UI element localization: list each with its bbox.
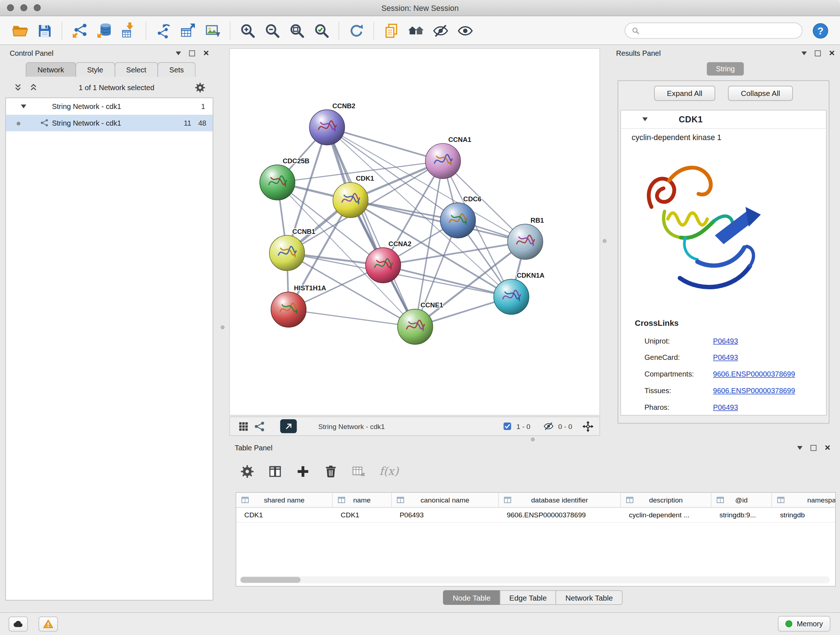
table-cell[interactable]: stringdb:9... (712, 508, 772, 522)
column-header-database-identifier[interactable]: database identifier (499, 493, 621, 507)
network-overview-button[interactable] (251, 419, 267, 434)
tab-sets[interactable]: Sets (157, 62, 195, 77)
function-builder-button[interactable]: f(x) (379, 465, 398, 478)
column-header-shared-name[interactable]: shared name (236, 493, 333, 507)
network-node-CCNA1[interactable]: CCNA1 (425, 136, 471, 179)
zoom-out-button[interactable] (260, 19, 284, 42)
apply-layout-button[interactable] (344, 19, 369, 42)
network-node-HIST1H1A[interactable]: HIST1H1A (271, 284, 326, 327)
bottom-splitter-handle[interactable] (531, 437, 535, 441)
scrollbar-thumb[interactable] (240, 577, 301, 583)
network-node-CCNB2[interactable]: CCNB2 (309, 102, 355, 145)
delete-table-button[interactable] (347, 459, 370, 483)
new-network-selection-button[interactable] (151, 19, 176, 42)
save-session-button[interactable] (32, 19, 57, 42)
tab-network[interactable]: Network (26, 62, 76, 77)
network-view-canvas[interactable]: CCNB2CCNA1CDC25BCDK1CDC6RB1CCNB1CCNA2CDK… (229, 48, 600, 415)
crosslink-value-link[interactable]: 9606.ENSP00000378699 (713, 386, 795, 394)
open-session-button[interactable] (8, 19, 32, 42)
zoom-selected-button[interactable] (309, 19, 333, 42)
zoom-in-button[interactable] (235, 19, 260, 42)
tab-style[interactable]: Style (75, 62, 115, 77)
table-cell[interactable]: P06493 (392, 508, 499, 522)
tab-select[interactable]: Select (114, 62, 158, 77)
network-node-CDC6[interactable]: CDC6 (440, 195, 482, 238)
crosslink-value-link[interactable]: 9606.ENSP00000378699 (713, 370, 795, 378)
column-header-canonical-name[interactable]: canonical name (392, 493, 499, 507)
network-edge-CCNB2-CCNE1[interactable] (327, 127, 415, 327)
float-panel-icon[interactable] (189, 50, 195, 56)
network-collection-row[interactable]: String Network - cdk1 1 (6, 98, 213, 115)
clone-network-button[interactable] (379, 19, 403, 42)
network-graph[interactable]: CCNB2CCNA1CDC25BCDK1CDC6RB1CCNB1CCNA2CDK… (230, 49, 600, 415)
crosslink-value-link[interactable]: P06493 (713, 403, 738, 411)
column-header-namespace[interactable]: namespace (772, 493, 836, 507)
expand-all-networks-button[interactable] (13, 82, 23, 92)
collapse-triangle-icon[interactable] (21, 105, 27, 108)
search-input[interactable] (644, 27, 796, 35)
network-row[interactable]: String Network - cdk1 11 48 (6, 115, 213, 131)
tab-string[interactable]: String (707, 62, 744, 76)
close-window-button[interactable] (7, 4, 14, 11)
crosslink-value-link[interactable]: P06493 (713, 353, 738, 361)
close-panel-icon[interactable]: × (825, 443, 831, 453)
export-image-button[interactable] (201, 19, 225, 42)
horizontal-scrollbar[interactable] (240, 576, 830, 583)
panel-menu-icon[interactable] (797, 446, 803, 449)
column-header--id[interactable]: @id (712, 493, 772, 507)
memory-button[interactable]: Memory (778, 616, 831, 632)
expand-all-button[interactable]: Expand All (654, 86, 715, 101)
collapse-all-button[interactable]: Collapse All (728, 86, 793, 101)
network-node-CCNB1[interactable]: CCNB1 (270, 228, 316, 271)
network-edge-CCNB2-CCNA1[interactable] (327, 127, 443, 161)
column-header-name[interactable]: name (333, 493, 392, 507)
table-cell[interactable]: stringdb (772, 508, 836, 522)
import-network-database-button[interactable] (92, 19, 116, 42)
table-cell[interactable]: 9606.ENSP00000378699 (499, 508, 621, 522)
help-button[interactable] (808, 19, 832, 42)
hide-graphics-button[interactable] (428, 19, 453, 42)
table-cell[interactable]: CDK1 (236, 508, 333, 522)
panel-menu-icon[interactable] (176, 51, 181, 55)
minimize-window-button[interactable] (20, 4, 27, 11)
table-cell[interactable]: cyclin-dependent ... (621, 508, 711, 522)
network-node-CDC25B[interactable]: CDC25B (260, 157, 309, 200)
import-network-file-button[interactable] (67, 19, 92, 42)
warnings-button[interactable] (39, 616, 58, 631)
import-table-file-button[interactable] (116, 19, 141, 42)
left-splitter-handle[interactable] (221, 325, 224, 329)
tab-node-table[interactable]: Node Table (443, 590, 500, 605)
network-from-table-button[interactable] (176, 19, 201, 42)
table-row[interactable]: CDK1CDK1P064939606.ENSP00000378699cyclin… (236, 508, 836, 523)
grid-view-button[interactable] (235, 419, 251, 434)
table-cell[interactable]: CDK1 (333, 508, 392, 522)
move-crosshair-icon[interactable] (582, 420, 594, 432)
column-header-description[interactable]: description (621, 493, 711, 507)
delete-column-button[interactable] (319, 459, 343, 483)
collapse-section-icon[interactable] (643, 117, 648, 121)
right-splitter-handle[interactable] (603, 239, 606, 242)
selected-checkbox-icon[interactable] (502, 421, 512, 431)
toggle-columns-button[interactable] (264, 459, 287, 483)
home-button[interactable] (403, 19, 428, 42)
cloud-sync-button[interactable] (9, 616, 28, 631)
close-panel-icon[interactable]: × (203, 48, 209, 58)
tab-edge-table[interactable]: Edge Table (500, 590, 556, 605)
table-settings-button[interactable] (236, 459, 259, 483)
panel-menu-icon[interactable] (802, 51, 807, 55)
close-panel-icon[interactable]: × (829, 48, 835, 58)
network-edge-HIST1H1A-CCNE1[interactable] (289, 310, 415, 326)
gene-section-header[interactable]: CDK1 (621, 111, 826, 128)
float-panel-icon[interactable] (815, 50, 821, 56)
zoom-fit-button[interactable] (284, 19, 309, 42)
tab-network-table[interactable]: Network Table (556, 590, 622, 605)
network-options-gear-icon[interactable] (195, 82, 206, 93)
network-node-RB1[interactable]: RB1 (508, 217, 544, 260)
detach-view-button[interactable] (280, 419, 297, 433)
crosslink-value-link[interactable]: P06493 (713, 337, 738, 345)
collapse-all-networks-button[interactable] (28, 82, 38, 92)
zoom-window-button[interactable] (34, 4, 41, 11)
add-column-button[interactable] (292, 459, 315, 483)
show-graphics-button[interactable] (453, 19, 477, 42)
hidden-eye-slash-icon[interactable] (543, 421, 554, 432)
